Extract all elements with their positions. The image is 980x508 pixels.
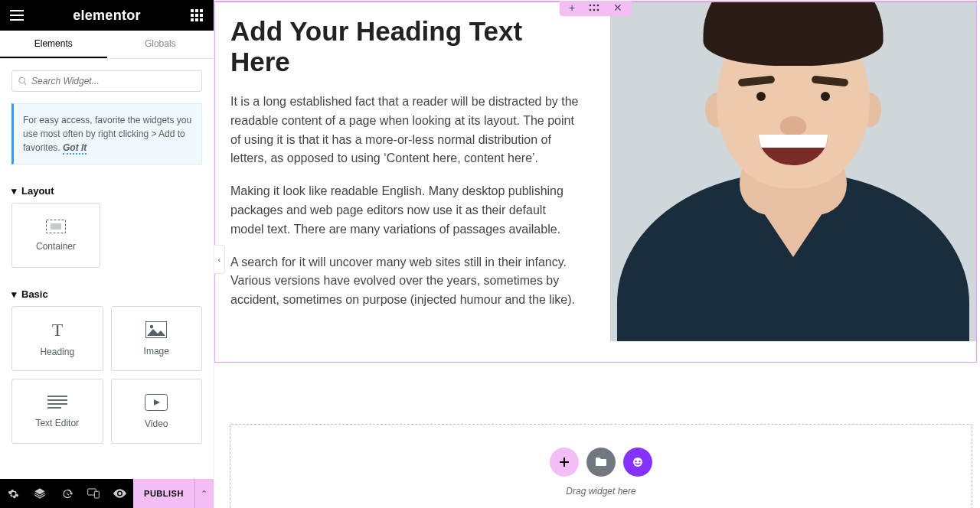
widget-image[interactable]: Image [111, 306, 203, 371]
container-icon [46, 220, 66, 233]
responsive-icon [87, 488, 100, 499]
svg-rect-22 [94, 491, 99, 498]
folder-icon [595, 457, 607, 467]
video-icon [145, 394, 168, 411]
section-layout-label: Layout [21, 185, 54, 197]
gear-icon [8, 488, 19, 500]
text-column[interactable]: Add Your Heading Text Here It is a long … [215, 2, 595, 362]
preview-button[interactable] [106, 479, 133, 508]
image-icon [145, 321, 167, 338]
search-icon [18, 77, 27, 86]
widgets-panel: For easy access, favorite the widgets yo… [0, 59, 214, 479]
svg-point-30 [635, 461, 636, 462]
widget-label: Video [145, 418, 168, 429]
section-basic-header[interactable]: ▾ Basic [0, 279, 214, 306]
panel-tabs: Elements Globals [0, 31, 214, 59]
widget-container[interactable]: Container [11, 203, 100, 268]
widget-label: Heading [40, 347, 74, 357]
settings-button[interactable] [0, 479, 27, 508]
widget-label: Container [36, 241, 76, 252]
svg-rect-5 [200, 14, 203, 17]
image-widget[interactable] [610, 2, 976, 341]
sidebar: elementor Elements Globals For easy acce… [0, 0, 214, 508]
tip-text: For easy access, favorite the widgets yo… [23, 115, 191, 153]
drag-handle-icon[interactable] [589, 2, 599, 13]
svg-point-27 [593, 9, 596, 11]
chevron-down-icon: ▾ [11, 288, 17, 300]
chevron-up-icon: ⌃ [201, 489, 207, 499]
person-photo [610, 2, 976, 341]
menu-button[interactable] [8, 10, 26, 21]
ai-icon [632, 456, 644, 468]
svg-line-10 [24, 83, 26, 85]
remove-section-button[interactable]: ✕ [613, 2, 622, 13]
svg-rect-7 [195, 18, 198, 21]
navigator-button[interactable] [27, 479, 54, 508]
search-input[interactable] [31, 76, 195, 86]
history-button[interactable] [54, 479, 80, 508]
editor-canvas[interactable]: ‹ + ✕ Add Your Heading Text Here It is a… [214, 0, 980, 508]
svg-text:T: T [51, 321, 63, 339]
tip-dismiss[interactable]: Got It [63, 142, 87, 155]
add-widget-button[interactable] [550, 448, 579, 477]
tab-globals[interactable]: Globals [107, 31, 214, 58]
dropzone-label: Drag widget here [566, 486, 635, 497]
svg-rect-6 [191, 18, 194, 21]
tab-elements[interactable]: Elements [0, 31, 107, 58]
paragraph[interactable]: Making it look like readable English. Ma… [230, 182, 581, 239]
svg-point-25 [597, 5, 599, 7]
svg-point-9 [19, 77, 24, 83]
svg-point-28 [597, 9, 599, 11]
svg-rect-3 [191, 14, 194, 17]
ai-button[interactable] [623, 448, 652, 477]
svg-rect-0 [191, 9, 194, 12]
favorites-tip: For easy access, favorite the widgets yo… [11, 103, 202, 164]
search-widget-box[interactable] [11, 70, 202, 92]
publish-button[interactable]: PUBLISH [133, 479, 194, 508]
add-section-button[interactable]: + [569, 2, 575, 13]
widget-heading[interactable]: T Heading [11, 306, 103, 371]
chevron-left-icon: ‹ [218, 256, 220, 264]
section-container[interactable]: + ✕ Add Your Heading Text Here It is a l… [214, 1, 977, 363]
plus-icon [559, 457, 570, 467]
collapse-panel-button[interactable]: ‹ [214, 245, 225, 274]
svg-point-29 [633, 458, 642, 467]
dropzone[interactable]: Drag widget here [230, 424, 972, 508]
bottom-toolbar: PUBLISH ⌃ [0, 479, 214, 508]
svg-rect-8 [200, 18, 203, 21]
section-layout-header[interactable]: ▾ Layout [0, 176, 214, 203]
svg-rect-12 [51, 223, 61, 230]
text-editor-icon [47, 395, 67, 410]
svg-rect-4 [195, 14, 198, 17]
eye-icon [113, 489, 126, 498]
widget-text-editor[interactable]: Text Editor [11, 379, 103, 444]
widgets-grid-button[interactable] [188, 9, 206, 21]
svg-rect-2 [200, 9, 203, 12]
chevron-down-icon: ▾ [11, 185, 17, 197]
layers-icon [34, 487, 46, 500]
svg-point-23 [590, 5, 592, 7]
widget-label: Text Editor [35, 418, 79, 428]
svg-point-15 [150, 324, 153, 327]
widget-video[interactable]: Video [111, 379, 203, 444]
history-icon [61, 488, 73, 500]
svg-point-26 [590, 9, 592, 11]
heading-widget[interactable]: Add Your Heading Text Here [230, 16, 581, 77]
paragraph[interactable]: A search for it will uncover many web si… [230, 253, 581, 310]
responsive-button[interactable] [80, 479, 106, 508]
section-handle: + ✕ [560, 1, 632, 16]
svg-point-31 [639, 461, 640, 462]
app-logo: elementor [73, 8, 141, 24]
section-basic-label: Basic [21, 288, 48, 300]
template-library-button[interactable] [586, 448, 616, 477]
publish-options-button[interactable]: ⌃ [194, 479, 214, 508]
widget-label: Image [144, 346, 169, 357]
paragraph[interactable]: It is a long established fact that a rea… [230, 93, 581, 168]
svg-point-24 [593, 5, 596, 7]
svg-rect-1 [195, 9, 198, 12]
heading-icon: T [47, 321, 68, 339]
topbar: elementor [0, 0, 214, 31]
